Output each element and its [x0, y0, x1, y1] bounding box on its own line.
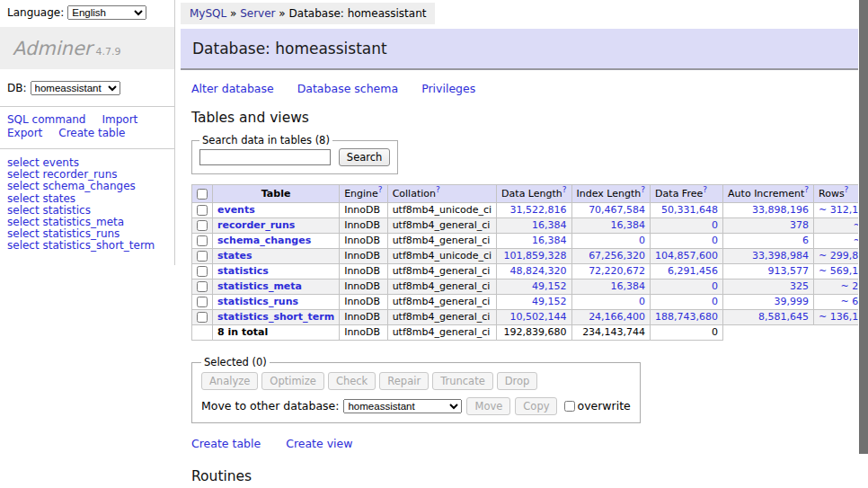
sidebar-link-select-statistics-runs[interactable]: select statistics_runs: [7, 227, 120, 240]
link-create-view[interactable]: Create view: [286, 437, 352, 450]
value-link-auto-increment[interactable]: 33,398,984: [752, 250, 809, 262]
value-link-auto-increment[interactable]: 6: [802, 235, 809, 246]
select-all-checkbox[interactable]: [197, 189, 208, 200]
value-link-data-free[interactable]: 50,331,648: [661, 204, 718, 216]
value-link-index-length[interactable]: 70,467,584: [589, 204, 645, 216]
sidebar-link-select-recorder-runs[interactable]: select recorder_runs: [7, 168, 118, 181]
value-link-index-length[interactable]: 0: [639, 296, 645, 307]
cell-data-free: 0: [651, 295, 723, 310]
value-link-data-length[interactable]: 48,824,320: [510, 265, 567, 277]
row-checkbox[interactable]: [197, 251, 208, 262]
value-link-index-length[interactable]: 16,384: [611, 219, 646, 231]
cell-auto-increment: 325: [723, 279, 814, 295]
row-checkbox[interactable]: [197, 312, 208, 323]
value-link-auto-increment[interactable]: 39,999: [775, 296, 810, 307]
sidebar-link-select-statistics-short-term[interactable]: select statistics_short_term: [7, 239, 155, 252]
value-link-data-length[interactable]: 49,152: [532, 296, 567, 307]
nav-link-alter-database[interactable]: Alter database: [191, 82, 274, 95]
value-link-data-free[interactable]: 188,743,680: [655, 311, 718, 323]
table-link-statistics-runs[interactable]: statistics_runs: [217, 296, 298, 307]
move-db-select[interactable]: homeassistant: [343, 399, 462, 413]
sidebar-link-import[interactable]: Import: [102, 113, 137, 126]
page-title: Database: homeassistant: [181, 29, 868, 70]
breadcrumb-server[interactable]: Server: [240, 7, 275, 20]
nav-link-privileges[interactable]: Privileges: [421, 82, 475, 95]
column-help-link[interactable]: ?: [562, 185, 567, 194]
column-header-label: Collation: [393, 188, 436, 200]
sidebar-link-select-statistics-meta[interactable]: select statistics_meta: [7, 216, 124, 228]
row-checkbox[interactable]: [197, 235, 208, 246]
column-help-link[interactable]: ?: [641, 185, 645, 194]
value-link-auto-increment[interactable]: 8,581,645: [758, 311, 809, 323]
column-help-link[interactable]: ?: [436, 185, 440, 194]
value-link-data-length[interactable]: 16,384: [532, 219, 567, 231]
breadcrumb-mysql[interactable]: MySQL: [190, 7, 226, 20]
table-body: eventsInnoDButf8mb4_unicode_ci31,522,816…: [192, 203, 868, 341]
overwrite-checkbox[interactable]: [564, 401, 575, 412]
sidebar-link-select-events[interactable]: select events: [7, 156, 79, 169]
column-help-link[interactable]: ?: [804, 185, 809, 194]
db-select[interactable]: homeassistant: [31, 81, 120, 95]
sidebar-link-sql-command[interactable]: SQL command: [7, 113, 85, 126]
value-link-index-length[interactable]: 67,256,320: [589, 250, 645, 262]
value-link-index-length[interactable]: 24,166,400: [589, 311, 645, 323]
cell-index-length: 16,384: [571, 218, 651, 234]
cell-data-length: 49,152: [497, 279, 571, 295]
table-link-events[interactable]: events: [217, 204, 255, 216]
breadcrumb: MySQL » Server » Database: homeassistant: [181, 3, 435, 24]
value-link-index-length[interactable]: 0: [639, 235, 645, 246]
sidebar-link-select-statistics[interactable]: select statistics: [7, 204, 91, 217]
language-select[interactable]: English: [67, 5, 146, 20]
row-checkbox[interactable]: [197, 266, 208, 277]
sidebar-link-select-schema-changes[interactable]: select schema_changes: [7, 180, 136, 192]
value-link-auto-increment[interactable]: 325: [790, 280, 809, 292]
value-link-data-free[interactable]: 0: [712, 219, 718, 231]
column-help-link[interactable]: ?: [845, 185, 849, 194]
table-link-states[interactable]: states: [217, 250, 252, 262]
total-label-cell: 8 in total: [213, 325, 340, 341]
sidebar-actions-row1: SQL commandImport: [7, 113, 154, 126]
row-checkbox[interactable]: [197, 205, 208, 216]
value-link-index-length[interactable]: 72,220,672: [589, 265, 645, 277]
table-link-schema-changes[interactable]: schema_changes: [217, 235, 311, 246]
value-link-auto-increment[interactable]: 378: [790, 219, 809, 231]
selected-fieldset: Selected (0) AnalyzeOptimizeCheckRepairT…: [191, 356, 641, 423]
value-link-index-length[interactable]: 16,384: [611, 280, 646, 292]
cell-collation: utf8mb4_general_ci: [387, 295, 496, 310]
value-link-data-free[interactable]: 0: [712, 235, 718, 246]
row-checkbox[interactable]: [197, 220, 208, 231]
search-button[interactable]: Search: [339, 148, 391, 166]
cell-table-name: schema_changes: [213, 234, 340, 249]
sidebar-link-create-table[interactable]: Create table: [58, 127, 125, 139]
cell-auto-increment: 378: [723, 218, 814, 234]
column-header-label: Index Length: [577, 188, 642, 200]
value-link-data-free[interactable]: 0: [712, 280, 718, 292]
table-link-statistics-meta[interactable]: statistics_meta: [217, 280, 302, 292]
value-link-auto-increment[interactable]: 33,898,196: [752, 204, 809, 216]
value-link-auto-increment[interactable]: 913,577: [768, 265, 810, 277]
table-link-statistics[interactable]: statistics: [217, 265, 269, 277]
table-link-recorder-runs[interactable]: recorder_runs: [217, 219, 295, 231]
search-input[interactable]: [199, 149, 331, 165]
value-link-data-length[interactable]: 31,522,816: [510, 204, 567, 216]
sidebar-link-select-states[interactable]: select states: [7, 192, 75, 205]
nav-link-database-schema[interactable]: Database schema: [297, 82, 398, 95]
value-link-data-length[interactable]: 16,384: [532, 235, 567, 246]
link-create-table[interactable]: Create table: [191, 437, 261, 450]
value-link-data-free[interactable]: 0: [712, 296, 718, 307]
column-header-collation: Collation?: [387, 185, 496, 203]
value-link-data-length[interactable]: 49,152: [532, 280, 567, 292]
sidebar-link-export[interactable]: Export: [7, 127, 42, 139]
row-checkbox[interactable]: [197, 281, 208, 292]
table-link-statistics-short-term[interactable]: statistics_short_term: [217, 311, 334, 323]
value-link-data-free[interactable]: 104,857,600: [655, 250, 718, 262]
value-link-data-free[interactable]: 6,291,456: [668, 265, 718, 277]
sidebar-actions-row2: ExportCreate table: [7, 127, 141, 139]
value-link-data-length[interactable]: 10,502,144: [510, 311, 567, 323]
row-checkbox[interactable]: [197, 297, 208, 307]
column-help-link[interactable]: ?: [703, 185, 707, 194]
cell-index-length: 72,220,672: [571, 264, 651, 279]
scrollbar-thumb[interactable]: [859, 0, 868, 454]
value-link-data-length[interactable]: 101,859,328: [504, 250, 567, 262]
column-help-link[interactable]: ?: [378, 185, 383, 194]
